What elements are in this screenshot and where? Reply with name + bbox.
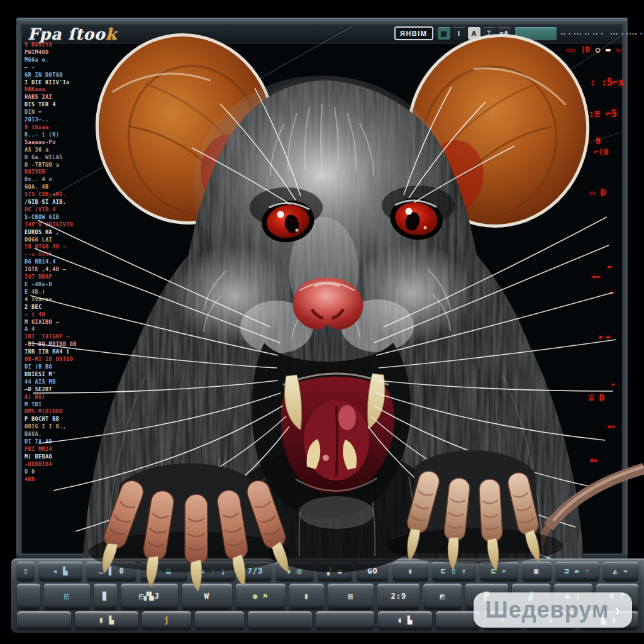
toolbar-dash-group: ▪▪ ▪ ▪▪▪ ▪▪ ▪▪ ▪▪▪▪ ▪ ▪▪▪▪ ▪ <box>561 31 643 36</box>
key-glyph: GO <box>367 567 377 575</box>
code-line: -BI BQ MBIBB GB <box>25 341 119 348</box>
key-glyph: 2:9 <box>391 592 406 601</box>
keyboard-key[interactable]: ▮ <box>289 584 324 609</box>
keyboard-key[interactable]: ▞ ◉ <box>318 562 353 580</box>
code-line: I DIE RIIV'Io <box>25 79 119 87</box>
code-line: -BEBBIB4 <box>25 461 119 469</box>
code-line: GR IN DOTGO <box>25 72 119 79</box>
keyboard-key[interactable]: ◱ <box>44 584 90 609</box>
toolbar-button[interactable]: ⟙ <box>483 27 496 40</box>
red-readout: ⌐(0 <box>594 147 608 157</box>
monitor-bezel-left <box>16 24 22 556</box>
key-glyph: ▤ <box>348 592 353 601</box>
keyboard-key[interactable] <box>195 611 244 629</box>
keyboard-key[interactable]: ⊏ ⌕ <box>480 562 518 580</box>
key-glyph: ◂ ▙ <box>53 567 69 575</box>
keyboard-key[interactable]: ▮ ▙ <box>75 611 138 629</box>
keyboard-key[interactable]: ◂ ▙ <box>38 562 82 580</box>
key-glyph: ⊏ ⌕ <box>491 567 507 575</box>
keyboard-key[interactable]: ▤ <box>328 584 374 609</box>
keyboard-key[interactable]: ◖ ▙ <box>378 611 432 629</box>
toolbar: ЯНВIМ ▦IA⟙≡A ▪▪ ▪ ▪▪▪ ▪▪ ▪▪ ▪▪▪▪ ▪ ▪▪▪▪ … <box>394 26 644 41</box>
red-readout: ▭ D <box>590 187 606 197</box>
code-line: Ox.. 4 o <box>25 176 119 184</box>
keyboard-key[interactable]: ⊏ ▯ ↑ <box>432 562 476 580</box>
monitor-bezel-right <box>622 24 628 556</box>
code-line: S-CBOW GIB <box>25 214 119 221</box>
keyboard-key[interactable]: ▪ ◦ ; <box>191 562 235 580</box>
red-readout: ▰ <box>611 381 614 387</box>
code-line: A( BG( <box>25 394 119 401</box>
key-glyph: 7/3 <box>248 567 264 575</box>
keyboard-key[interactable]: ◡ ▌ 0 <box>86 562 136 580</box>
keyboard-key[interactable] <box>17 584 40 609</box>
code-line: O -TBTUO a <box>25 162 119 169</box>
key-glyph: ▮ <box>304 592 309 601</box>
keyboard-key[interactable]: W <box>182 584 231 609</box>
code-line: BAVA. <box>25 431 119 438</box>
keyboard-key[interactable]: ▯ <box>17 562 35 580</box>
code-line: 2 BEC <box>25 304 119 311</box>
code-line: I4P'B OBIGIVIB <box>25 221 119 229</box>
key-glyph: ◰▞▙J <box>139 592 160 601</box>
keyboard-key[interactable]: 7/3 <box>239 562 272 580</box>
keyboard-key[interactable]: ▣ <box>522 562 552 580</box>
key-glyph: ▮ ▙ <box>99 616 114 625</box>
keyboard-key[interactable] <box>248 611 311 629</box>
key-glyph: ◗ ◎ <box>287 567 303 575</box>
code-line: IO OTGB 4B — <box>25 243 119 251</box>
status-icon: ○ <box>596 45 600 54</box>
toolbar-blank-button[interactable] <box>515 27 557 40</box>
status-icon: ▭▭ <box>566 45 575 54</box>
code-line: IGTE ,4,4B — <box>25 266 119 274</box>
code-line: R.,- i (R) <box>25 131 119 139</box>
keyboard-key[interactable]: ◠ ⬓ <box>140 562 187 580</box>
code-line: — - <box>25 64 119 72</box>
red-readout: :≡ ⌐5 <box>589 108 617 119</box>
keyboard-key[interactable]: GO <box>357 562 389 580</box>
logo-text: Fpa ſtoo <box>28 25 106 43</box>
key-glyph: ▣ <box>534 567 539 575</box>
code-line: PWIM4OO <box>25 49 119 57</box>
toolbar-button[interactable]: ≡A <box>498 27 511 40</box>
code-line: E -4Bo-B <box>25 281 119 289</box>
keyboard-key[interactable]: ⊐ ▰ ◦ <box>555 562 599 580</box>
code-line: — i 4B <box>25 311 119 319</box>
keyboard-key[interactable]: ◗ ◎ <box>275 562 314 580</box>
key-glyph: ⊏ ▯ ↑ <box>441 567 467 575</box>
toolbar-button[interactable]: I <box>453 27 465 40</box>
code-line: M( BEBAO <box>25 453 119 461</box>
code-line: BBIESI M' <box>25 371 119 379</box>
code-line: 9 thsaa <box>25 124 119 131</box>
code-line: 44 AIS MB <box>25 379 119 386</box>
toolbar-name-box[interactable]: ЯНВIМ <box>394 26 433 40</box>
keyboard-key[interactable]: ◭ ⌁ <box>603 562 638 580</box>
keyboard-key[interactable] <box>17 611 71 629</box>
key-glyph: ▞ ◉ <box>327 567 343 575</box>
code-line: Saaaas-Po <box>25 139 119 147</box>
keyboard-key[interactable] <box>316 611 375 629</box>
code-line: DOGG LAI <box>25 236 119 244</box>
code-line: SIS COB-aNI. <box>25 191 119 199</box>
key-glyph: ◡ ▌ 0 <box>99 567 125 575</box>
red-readout: ▬▰ <box>592 273 600 280</box>
keyboard-key[interactable]: ▊ <box>94 584 117 609</box>
keyboard-key[interactable]: ◩ <box>423 584 462 609</box>
toolbar-button[interactable]: ▦ <box>438 27 450 40</box>
code-line: NNKaaa <box>25 86 119 94</box>
code-line: 4 ivares <box>25 296 119 304</box>
keyboard-key[interactable]: 2:9 <box>377 584 419 609</box>
code-line: /GIB SI AIB. <box>25 199 119 206</box>
key-glyph: ▯ <box>23 567 28 575</box>
key-glyph: ◭ ⌁ <box>613 567 629 575</box>
toolbar-button[interactable]: A <box>468 27 480 40</box>
red-readout: : :5⌐x <box>590 77 624 88</box>
key-glyph: ◠ ⬓ <box>156 567 172 575</box>
status-icon: ▭ <box>616 45 620 54</box>
keyboard-key[interactable]: ◰▞▙J <box>121 584 179 609</box>
code-line: A 4 <box>25 326 119 333</box>
watermark: Шедеврум › <box>474 592 632 628</box>
keyboard-key[interactable]: j <box>142 611 191 629</box>
keyboard-key[interactable]: ● ⚑ <box>236 584 286 609</box>
keyboard-key[interactable]: ◖ <box>392 562 428 580</box>
